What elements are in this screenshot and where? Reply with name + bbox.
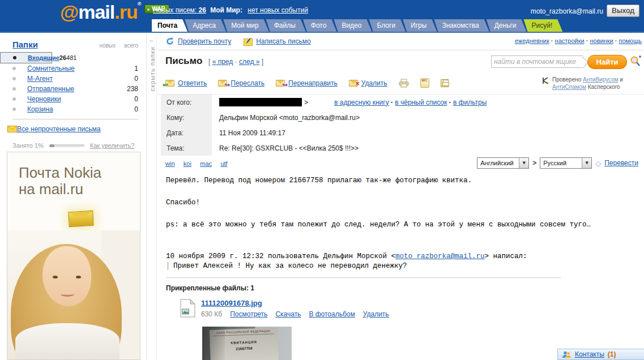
antispam-link[interactable]: АнтиСпамом <box>552 84 586 90</box>
sidebar-divider <box>12 119 138 119</box>
tab-games[interactable]: Игры <box>403 19 437 32</box>
forward-icon: ↪ <box>218 80 227 87</box>
tab-my-world[interactable]: Мой мир <box>223 19 268 32</box>
new-letters-count: 26 <box>198 6 206 14</box>
tab-addresses[interactable]: Адреса <box>185 19 226 32</box>
redirect-button[interactable]: ↪ Перенаправить <box>276 79 338 87</box>
encoding-win-link[interactable]: win <box>165 160 175 167</box>
dropdown-arrow-icon: ▼ <box>582 158 591 168</box>
tab-dating[interactable]: Знакомства <box>434 19 489 32</box>
source-language-select[interactable]: Английский ▼ <box>477 157 529 169</box>
ad-banner-nokia[interactable]: Почта Nokiaна mail.ru <box>7 152 140 360</box>
search-button[interactable]: Найти <box>587 55 627 69</box>
logout-button[interactable]: Выход <box>607 5 639 17</box>
folder-magent[interactable]: М-Агент 0 <box>0 74 146 84</box>
reply-button[interactable]: ↩ Ответить <box>165 79 207 87</box>
advanced-search-icon[interactable] <box>629 55 642 67</box>
main-nav-tabs: Почта Адреса Мой мир Файлы Фото Видео Бл… <box>152 19 560 32</box>
collapse-arrow-icon: ← <box>147 36 156 43</box>
new-letters-link[interactable]: Новых писем: 26 <box>153 6 206 14</box>
attachment-item: 111120091678.jpg 630 Кб Посмотреть Скача… <box>180 299 389 318</box>
link-news[interactable]: новинки <box>590 37 613 44</box>
message-body: Перевёл. Перевод под номером 21667758 пр… <box>166 177 644 270</box>
add-to-addressbook-link[interactable]: в адресную книгу <box>334 98 389 106</box>
encoding-mac-link[interactable]: mac <box>200 160 212 167</box>
add-to-filters-link[interactable]: в фильтры <box>453 98 487 106</box>
quota-used-label: Занято 1% <box>12 142 44 149</box>
encoding-koi-link[interactable]: koi <box>184 160 191 167</box>
folder-suspicious[interactable]: Сомнительные 1 <box>0 63 146 74</box>
contacts-widget[interactable]: Контакты (1) <box>557 349 644 360</box>
ad-photo <box>7 230 140 359</box>
date-value: 11 Ноя 2009 11:49:17 <box>212 129 285 137</box>
folder-drafts[interactable]: Черновики 0 <box>0 94 146 104</box>
prev-next-nav: [ « пред · след » ] <box>208 58 263 66</box>
link-settings[interactable]: настройки <box>555 37 585 44</box>
folder-inbox[interactable]: Входящие 26 481 <box>0 52 52 63</box>
encoding-utf-link[interactable]: utf <box>220 160 227 167</box>
to-photoalbum-link[interactable]: В фотоальбом <box>309 310 355 318</box>
link-help[interactable]: помощь <box>619 37 642 44</box>
target-language-select[interactable]: Русский ▼ <box>540 157 592 169</box>
link-daybook[interactable]: ежедневник <box>515 37 549 44</box>
compose-label: Написать письмо <box>256 37 310 45</box>
attachment-preview-thumbnail[interactable]: БАНК РОССИЙСКОЙ ФЕДЕРАЦИИ КВИТАНЦИЯ 2166… <box>202 327 292 360</box>
tab-video[interactable]: Видео <box>334 19 372 32</box>
quota-increase-link[interactable]: Как увеличить? <box>90 142 135 149</box>
folder-name: Корзина <box>27 105 53 113</box>
folder-name: Отправленные <box>27 85 74 93</box>
folder-sent[interactable]: Отправленные 238 <box>0 84 146 94</box>
delete-attachment-link[interactable]: Удалить <box>363 310 389 318</box>
folder-bullet-icon <box>13 56 16 59</box>
target-language-value: Русский <box>540 160 582 166</box>
body-line: Спасибо! <box>166 199 644 207</box>
folder-total-count: 238 <box>116 85 138 93</box>
header-row-from: От кого: > в адресную книгу · в чёрный с… <box>161 95 644 110</box>
next-letter-link[interactable]: след » <box>239 58 259 66</box>
attachment-filename-link[interactable]: 111120091678.jpg <box>201 299 262 307</box>
antivirus-link[interactable]: АнтиВирусом <box>583 76 619 83</box>
collapse-folders-strip[interactable]: ← скрыть папки <box>146 34 157 360</box>
forward-label: Переслать <box>231 79 265 87</box>
header-row-subject: Тема: Re: Re[30]: GSXRCLUB - <<Вилка 250… <box>161 140 644 156</box>
check-mail-label: Проверить почту <box>178 37 231 45</box>
save-icon[interactable] <box>441 79 449 87</box>
prev-letter-link[interactable]: « пред <box>212 58 233 66</box>
column-new-label: новых <box>93 42 116 49</box>
view-attachment-link[interactable]: Посмотреть <box>230 310 267 318</box>
download-attachment-link[interactable]: Скачать <box>275 310 301 318</box>
envelope-icon <box>7 126 17 132</box>
forward-button[interactable]: ↪ Переслать <box>218 79 265 87</box>
delete-button[interactable]: × Удалить <box>349 79 387 87</box>
add-to-blacklist-link[interactable]: в чёрный список <box>395 98 447 106</box>
print-icon[interactable] <box>399 79 409 88</box>
folder-bullet-icon <box>12 108 16 111</box>
tab-files[interactable]: Файлы <box>266 19 306 32</box>
tab-blogs[interactable]: Блоги <box>369 19 406 32</box>
rfc-view-icon[interactable]: RFC <box>420 78 429 88</box>
body-line: Перевёл. Перевод под номером 21667758 пр… <box>166 177 644 185</box>
translate-link[interactable]: Перевести <box>604 159 638 167</box>
tab-photo[interactable]: Фото <box>303 19 337 32</box>
folder-trash[interactable]: Корзина 0 <box>0 104 146 114</box>
folder-bullet-icon <box>12 77 16 80</box>
sender-email-link[interactable]: moto_razborka@mail.ru <box>395 252 485 260</box>
av-checked-label: Проверено <box>552 76 581 83</box>
folder-bullet-icon <box>12 97 16 101</box>
tab-money[interactable]: Деньги <box>487 19 527 32</box>
check-mail-button[interactable]: Проверить почту <box>165 37 231 46</box>
from-suffix: > <box>304 98 308 106</box>
separator-dot: · <box>551 37 553 44</box>
rfc-label: RFC <box>421 79 427 82</box>
reply-label: Ответить <box>178 79 207 87</box>
folders-title-link[interactable]: Папки <box>12 40 38 49</box>
all-unread-link[interactable]: Все непрочтенные письма <box>7 125 146 133</box>
my-world-events-link[interactable]: нет новых событий <box>248 6 308 14</box>
refresh-icon <box>165 37 174 46</box>
ad-envelope-icon <box>68 211 93 227</box>
tab-mail[interactable]: Почта <box>152 19 187 32</box>
folder-name: Входящие <box>28 54 59 61</box>
compose-button[interactable]: Написать письмо <box>244 37 310 46</box>
search-input[interactable] <box>492 56 582 67</box>
tab-draw[interactable]: Рисуй! <box>523 19 562 32</box>
